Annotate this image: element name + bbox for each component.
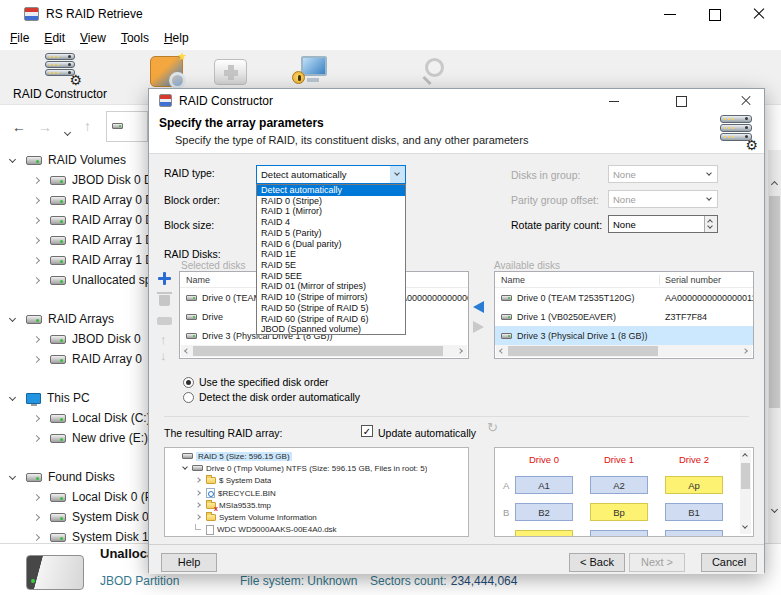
scroll-left-icon[interactable] (497, 347, 506, 356)
back-button[interactable]: < Back (569, 553, 625, 572)
tree-node[interactable]: $RECYCLE.BIN (165, 487, 468, 499)
chevron-right-icon[interactable] (33, 414, 42, 423)
chevron-right-icon[interactable] (33, 355, 42, 364)
spinner-buttons[interactable] (704, 216, 717, 232)
tree-node[interactable]: RAID 5 (Size: 596.15 GB) (165, 450, 468, 462)
sidebar-item[interactable]: RAID Array 0 (0, 349, 148, 369)
move-right-icon[interactable] (473, 321, 484, 333)
chevron-right-icon[interactable] (195, 501, 204, 510)
dropdown-option[interactable]: RAID 1E (257, 249, 405, 260)
tree-node[interactable]: Drive 0 (Tmp Volume) NTFS (Size: 596.15 … (165, 462, 468, 474)
scroll-up-icon[interactable] (770, 179, 779, 188)
delete-disk-icon[interactable] (159, 295, 170, 306)
maximize-button[interactable] (696, 0, 732, 28)
chevron-down-icon[interactable] (8, 394, 17, 403)
chevron-right-icon[interactable] (33, 196, 42, 205)
history-chevron-icon[interactable] (63, 129, 72, 138)
chevron-down-icon[interactable] (393, 170, 402, 179)
chevron-right-icon[interactable] (33, 276, 42, 285)
chevron-right-icon[interactable] (33, 216, 42, 225)
scrollbar-thumb[interactable] (193, 346, 443, 356)
sidebar-item[interactable]: New drive (E:) (0, 428, 148, 448)
add-disk-icon[interactable] (158, 272, 171, 285)
dropdown-option[interactable]: RAID 50 (Stripe of RAID 5) (257, 303, 405, 314)
dropdown-option[interactable]: RAID 1 (Mirror) (257, 206, 405, 217)
dropdown-option[interactable]: RAID 60 (Stripe of RAID 6) (257, 314, 405, 325)
sidebar-item[interactable]: Local Disk (C:) (0, 408, 148, 428)
dialog-close-button[interactable] (731, 89, 761, 113)
back-icon[interactable]: ← (12, 120, 26, 134)
result-tree[interactable]: RAID 5 (Size: 596.15 GB)Drive 0 (Tmp Vol… (164, 447, 469, 537)
move-down-icon[interactable]: ↓ (160, 349, 167, 362)
radio-specified-order[interactable] (183, 377, 194, 388)
sidebar-item[interactable]: JBOD Disk 0 Dr (0, 170, 148, 190)
vertical-scrollbar[interactable] (768, 150, 781, 543)
tree-node[interactable]: $ System Data (165, 475, 468, 487)
tree-node[interactable]: System Volume Information (165, 511, 468, 523)
scroll-right-icon[interactable] (457, 347, 466, 356)
tree-node[interactable]: MSIa9535.tmp (165, 499, 468, 511)
dropdown-option[interactable]: RAID 6 (Dual parity) (257, 239, 405, 250)
grid-scrollbar[interactable] (740, 450, 751, 534)
chevron-right-icon[interactable] (33, 335, 42, 344)
sidebar-item[interactable]: RAID Array 1 D (0, 230, 148, 250)
cancel-button[interactable]: Cancel (701, 553, 757, 572)
raid-type-combo[interactable]: Detect automatically (256, 165, 406, 184)
help-button[interactable]: Help (161, 553, 217, 572)
scan-wizard-icon[interactable] (150, 56, 183, 87)
scroll-down-icon[interactable] (741, 524, 750, 533)
scroll-right-icon[interactable] (742, 347, 751, 356)
chevron-right-icon[interactable] (33, 176, 42, 185)
refresh-icon[interactable]: ↻ (487, 421, 498, 434)
sidebar-group[interactable]: Found Disks (0, 467, 148, 487)
horizontal-scrollbar[interactable] (496, 345, 752, 357)
empty-disk-icon[interactable] (157, 317, 172, 325)
sidebar-item[interactable]: JBOD Disk 0 (0, 329, 148, 349)
dropdown-option[interactable]: RAID 5 (Parity) (257, 228, 405, 239)
disk-row[interactable]: Drive 0 (TEAM T2535T120G)AA0000000000000… (495, 288, 753, 307)
scroll-left-icon[interactable] (182, 347, 191, 356)
up-icon[interactable]: ↑ (84, 119, 91, 133)
forward-icon[interactable]: → (38, 120, 52, 134)
disk-row[interactable]: Drive 1 (VB0250EAVER)Z3TF7F84 (495, 307, 753, 326)
sidebar-item[interactable]: RAID Array 1 D (0, 250, 148, 270)
chevron-right-icon[interactable] (195, 476, 204, 485)
dialog-minimize-button[interactable] (599, 89, 629, 113)
sidebar-group[interactable]: This PC (0, 388, 148, 408)
parity-group-offset-combo[interactable]: None (608, 190, 718, 208)
menu-tools[interactable]: Tools (116, 28, 154, 49)
sidebar-item[interactable]: RAID Array 0 D (0, 190, 148, 210)
chevron-right-icon[interactable] (195, 513, 204, 522)
chevron-right-icon[interactable] (33, 434, 42, 443)
dropdown-option[interactable]: RAID 01 (Mirror of stripes) (257, 281, 405, 292)
menu-help[interactable]: Help (159, 28, 194, 49)
chevron-right-icon[interactable] (33, 493, 42, 502)
chevron-right-icon[interactable] (33, 533, 42, 542)
scroll-up-icon[interactable] (741, 451, 750, 460)
chevron-right-icon[interactable] (33, 256, 42, 265)
sidebar-item[interactable]: System Disk 1 (0, 527, 148, 543)
dropdown-option[interactable]: Detect automatically (257, 185, 405, 196)
close-button[interactable] (741, 0, 777, 28)
sidebar-group[interactable]: RAID Arrays (0, 309, 148, 329)
unlock-drive-icon[interactable] (292, 56, 327, 87)
disk-row[interactable]: Drive 3 (Physical Drive 1 (8 GB)) (495, 326, 753, 345)
scrollbar-thumb[interactable] (769, 196, 780, 408)
scrollbar-thumb[interactable] (508, 346, 658, 356)
horizontal-scrollbar[interactable] (181, 345, 467, 357)
search-icon[interactable] (420, 58, 446, 85)
radio-auto-order[interactable] (183, 392, 194, 403)
scrollbar-thumb[interactable] (741, 463, 750, 489)
dropdown-option[interactable]: RAID 5E (257, 260, 405, 271)
dropdown-option[interactable]: RAID 5EE (257, 271, 405, 282)
menu-view[interactable]: View (75, 28, 111, 49)
sidebar-item[interactable]: System Disk 0 (0, 507, 148, 527)
sidebar-item[interactable]: Unallocated sp (0, 270, 148, 290)
recovery-kit-icon[interactable] (214, 59, 247, 85)
chevron-right-icon[interactable] (195, 489, 204, 498)
address-bar[interactable] (106, 111, 148, 142)
minimize-button[interactable] (652, 0, 688, 28)
next-button[interactable]: Next > (629, 553, 685, 572)
rotate-parity-spinner[interactable]: None (608, 215, 718, 233)
dropdown-option[interactable]: RAID 10 (Stripe of mirrors) (257, 292, 405, 303)
